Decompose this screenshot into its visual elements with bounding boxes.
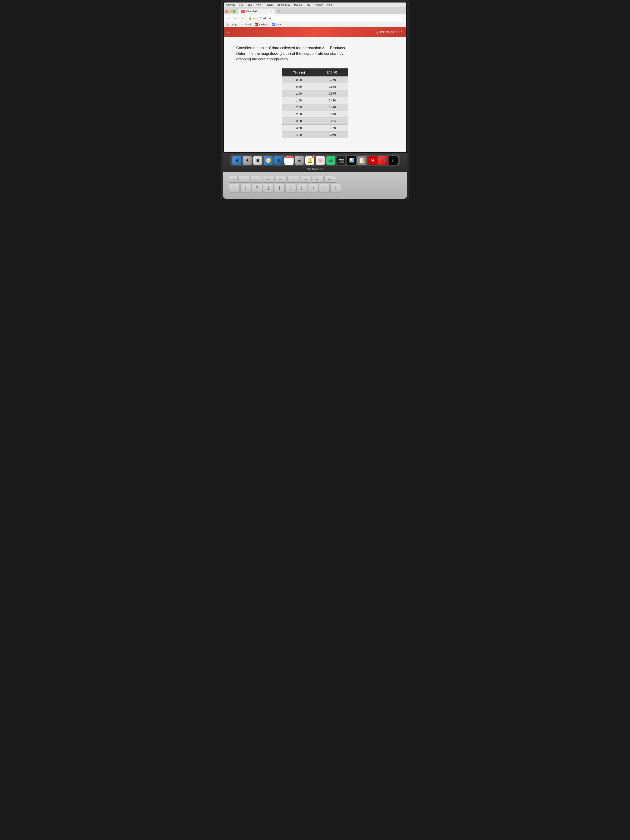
close-button[interactable] [226, 10, 228, 13]
key-f1[interactable]: ☀F1 [238, 176, 250, 182]
dock-notes[interactable]: MAR 1 [284, 156, 294, 165]
menu-window[interactable]: Window [314, 3, 323, 6]
calendar-month: MAR [284, 156, 294, 158]
calendar-dock: MAR 1 [284, 156, 294, 165]
key-8[interactable]: *8 [319, 184, 330, 192]
dock-facetime[interactable]: 📹 [326, 156, 335, 165]
menu-tab[interactable]: Tab [306, 3, 310, 6]
cell-0-1: 0.750 [316, 76, 348, 83]
question-text: Consider the table of data collected for… [236, 45, 393, 62]
menu-chrome[interactable]: Chrome [226, 3, 235, 6]
back-arrow[interactable]: ‹ [228, 30, 229, 35]
photos-icon: 🌸 [317, 158, 323, 163]
camera-icon: 📷 [338, 158, 344, 163]
menu-bookmarks[interactable]: Bookmarks [278, 3, 290, 6]
key-3[interactable]: #3 [263, 184, 273, 192]
key-7[interactable]: &7 [308, 184, 318, 192]
key-f5[interactable]: ⋯F5 [287, 176, 299, 182]
dock-finder[interactable]: 🖥 [232, 156, 242, 165]
tab-close-button[interactable]: × [270, 10, 272, 13]
maximize-button[interactable] [233, 10, 235, 13]
bookmark-apps[interactable]: ⋮⋮ Apps [226, 23, 238, 26]
key-esc[interactable]: esc [229, 176, 237, 182]
list-icon: ⊟ [297, 158, 301, 163]
data-table: Time (s) [A] (M) 0.000.7500.500.6651.000… [282, 68, 348, 138]
dock-stocks[interactable]: 📊 [347, 156, 356, 165]
cell-3-0: 1.50 [282, 97, 316, 104]
menu-people[interactable]: People [294, 3, 302, 6]
dock-siri[interactable]: ✦ [243, 156, 252, 165]
dock-launchpad[interactable]: ⊞ [253, 156, 262, 165]
facetime-badge: 1 [312, 155, 315, 158]
appletv-icon: tv [392, 159, 395, 162]
dock-noicon[interactable]: N [368, 156, 377, 165]
col-header-concentration: [A] (M) [316, 68, 348, 76]
key-tilde[interactable]: ~` [229, 184, 240, 192]
mail-icon: ✉ [277, 158, 280, 163]
dock-list[interactable]: ⊟ [295, 156, 304, 165]
dock-camera[interactable]: 📷 [336, 156, 346, 165]
browser-tab[interactable]: 101 Chem101 × [238, 8, 275, 14]
menu-history[interactable]: History [265, 3, 273, 6]
address-bar: ← → ↻ 🔒 app.101edu.co [224, 14, 406, 22]
refresh-button[interactable]: ↻ [240, 16, 244, 21]
calendar-day: 1 [284, 158, 294, 164]
table-row: 2.500.320 [282, 111, 348, 118]
question-line2: Determine the magnitude (value) of the r… [236, 52, 343, 55]
key-f2[interactable]: ☀☀F2 [251, 176, 262, 182]
fn-row: esc ☀F1 ☀☀F2 ⊡F3 ⊞F4 ⋯F5 ⋯F6 ⏮F7 DIIF8 [229, 176, 401, 182]
table-row: 4.000.060 [282, 131, 348, 138]
key-f7[interactable]: ⏮F7 [312, 176, 324, 182]
menu-file[interactable]: File [239, 3, 243, 6]
forward-button[interactable]: → [233, 16, 237, 21]
key-f6[interactable]: ⋯F6 [300, 176, 311, 182]
dock-reminders[interactable]: 🔔 1 [305, 156, 314, 165]
tab-favicon: 101 [241, 10, 245, 13]
question-counter: Question 20 of 37 [376, 30, 402, 34]
bookmark-maps[interactable]: M Maps [272, 23, 281, 26]
cell-3-1: 0.490 [316, 97, 348, 104]
table-row: 0.000.750 [282, 76, 348, 83]
back-button[interactable]: ← [226, 16, 231, 21]
table-row: 3.000.235 [282, 118, 348, 125]
table-row: 1.500.490 [282, 97, 348, 104]
key-9[interactable]: (9 [330, 184, 341, 192]
minimize-button[interactable] [229, 10, 232, 13]
key-4[interactable]: $4 [274, 184, 284, 192]
cell-6-1: 0.235 [316, 118, 348, 125]
reminder-icon: 🔔 [307, 158, 313, 163]
dock-appletv[interactable]: tv [388, 156, 398, 165]
key-f8[interactable]: DIIF8 [324, 176, 336, 182]
menu-help[interactable]: Help [327, 3, 333, 6]
cell-5-1: 0.320 [316, 111, 348, 118]
dock-mail[interactable]: ✉ [274, 156, 283, 165]
bookmark-maps-label: Maps [275, 23, 281, 26]
data-table-container: Time (s) [A] (M) 0.000.7500.500.6651.000… [236, 68, 394, 138]
bookmark-gmail[interactable]: M Gmail [241, 23, 251, 26]
lock-icon: 🔒 [248, 17, 252, 20]
url-text: app.101edu.co [253, 17, 271, 20]
bookmark-gmail-label: Gmail [245, 23, 251, 26]
dock-notes2[interactable]: 📝 [357, 156, 366, 165]
bookmark-apps-label: Apps [232, 23, 238, 26]
key-6[interactable]: ^6 [297, 184, 307, 192]
key-1[interactable]: !1 [240, 184, 251, 192]
dock-safari[interactable]: 🧭 [264, 156, 273, 165]
bookmark-youtube[interactable]: ▶ YouTube [255, 23, 268, 26]
table-row: 2.000.410 [282, 104, 348, 111]
bookmark-youtube-label: YouTube [259, 23, 268, 26]
key-f4[interactable]: ⊞F4 [275, 176, 287, 182]
url-bar[interactable]: 🔒 app.101edu.co [246, 16, 404, 21]
key-2[interactable]: @2 [252, 184, 262, 192]
key-f3[interactable]: ⊡F3 [263, 176, 275, 182]
dock-music[interactable]: 🎵 [378, 156, 387, 165]
cell-0-0: 0.00 [282, 76, 316, 83]
menu-view[interactable]: View [256, 3, 262, 6]
siri-icon: ✦ [245, 158, 249, 163]
key-5[interactable]: %5 [286, 184, 296, 192]
menu-edit[interactable]: Edit [248, 3, 252, 6]
question-line1: Consider the table of data collected for… [236, 46, 346, 50]
dock-photos[interactable]: 🌸 [316, 156, 325, 165]
new-tab-button[interactable]: + [276, 9, 282, 14]
cell-4-1: 0.410 [316, 104, 348, 111]
